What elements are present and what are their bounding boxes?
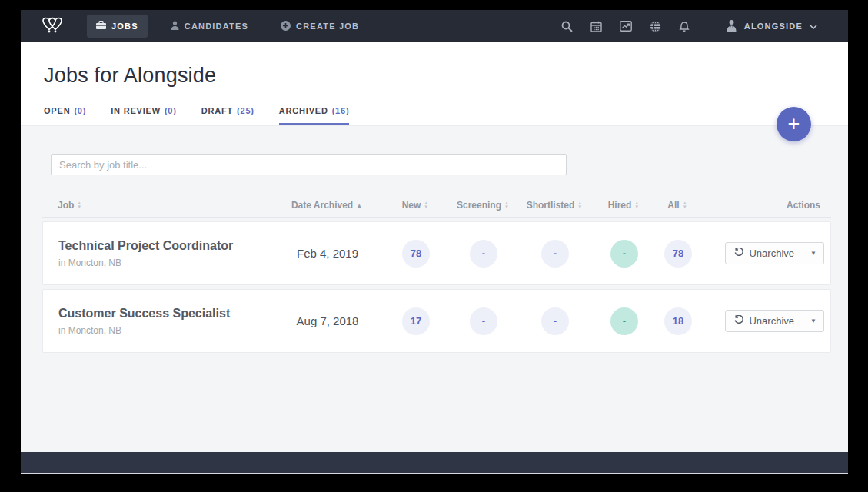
tab-archived[interactable]: ARCHIVED (16) [279, 106, 350, 125]
all-count-cell: 18 [655, 308, 701, 335]
bell-icon[interactable] [679, 21, 690, 32]
all-count-badge[interactable]: 78 [664, 240, 692, 268]
chevron-down-icon [810, 22, 817, 31]
sort-icon[interactable]: ▲▼ [683, 201, 687, 209]
content-area: + Job ▲▼ Date Archived ▲ New ▲▼ [21, 125, 848, 474]
unarchive-split-button: Unarchive ▼ [725, 242, 824, 264]
tab-in-review[interactable]: IN REVIEW (0) [111, 106, 177, 125]
search-input[interactable] [51, 154, 567, 175]
search-wrap [21, 126, 848, 175]
table-row: Technical Project Coordinator in Moncton… [42, 221, 831, 285]
shortlisted-count-badge[interactable]: - [541, 240, 569, 268]
date-archived-cell: Feb 4, 2019 [274, 247, 381, 260]
screening-count-badge[interactable]: - [470, 240, 497, 268]
plus-icon: + [788, 112, 800, 136]
screening-count-cell: - [451, 308, 517, 335]
tab-count: (25) [237, 106, 254, 115]
nav-item-jobs[interactable]: JOBS [87, 15, 148, 38]
all-count-badge[interactable]: 18 [664, 308, 692, 335]
restore-icon [734, 248, 744, 259]
app-window: JOBS CANDIDATES [21, 10, 848, 474]
nav-item-create-job[interactable]: CREATE JOB [271, 15, 368, 38]
job-cell: Customer Success Specialist in Moncton, … [43, 307, 274, 336]
sort-icon[interactable]: ▲▼ [504, 201, 509, 209]
shortlisted-count-badge[interactable]: - [541, 308, 569, 335]
shortlisted-count-cell: - [517, 240, 594, 268]
briefcase-icon [96, 21, 106, 32]
tab-open[interactable]: OPEN (0) [44, 106, 86, 125]
account-avatar-icon [726, 19, 737, 33]
tabs-bar: OPEN (0) IN REVIEW (0) DRAFT (25) ARCHIV… [44, 106, 826, 125]
plus-circle-icon [281, 21, 291, 32]
hired-count-cell: - [594, 308, 655, 335]
tab-label: IN REVIEW [111, 106, 161, 115]
page-title: Jobs for Alongside [44, 64, 826, 88]
utility-icons [561, 21, 710, 32]
tab-draft[interactable]: DRAFT (25) [201, 106, 254, 125]
hired-count-badge[interactable]: - [610, 240, 638, 268]
job-cell: Technical Project Coordinator in Moncton… [43, 239, 274, 268]
top-navbar: JOBS CANDIDATES [21, 10, 848, 42]
account-menu[interactable]: ALONGSIDE [710, 10, 848, 42]
account-label: ALONGSIDE [744, 22, 803, 31]
job-location: in Moncton, NB [58, 325, 274, 336]
sort-icon[interactable]: ▲▼ [424, 201, 428, 209]
screening-count-badge[interactable]: - [470, 308, 497, 335]
actions-cell: Unarchive ▼ [701, 310, 832, 332]
nav-left: JOBS CANDIDATES [21, 15, 368, 38]
nav-item-label: CREATE JOB [296, 22, 359, 31]
tab-label: ARCHIVED [279, 106, 328, 115]
sort-icon[interactable]: ▲▼ [77, 201, 81, 209]
job-title-link[interactable]: Technical Project Coordinator [58, 239, 274, 253]
date-archived-cell: Aug 7, 2018 [274, 314, 381, 327]
integrations-title: INTEGRATIONS [21, 473, 848, 474]
unarchive-dropdown-toggle[interactable]: ▼ [803, 310, 824, 332]
unarchive-dropdown-toggle[interactable]: ▼ [803, 242, 824, 264]
unarchive-split-button: Unarchive ▼ [725, 310, 824, 332]
jobs-table: Job ▲▼ Date Archived ▲ New ▲▼ Screening … [42, 194, 831, 353]
tab-label: OPEN [44, 106, 70, 115]
new-count-badge[interactable]: 17 [402, 308, 430, 335]
nav-right: ALONGSIDE [561, 10, 848, 42]
table-row: Customer Success Specialist in Moncton, … [42, 289, 831, 353]
nav-item-label: JOBS [111, 22, 138, 31]
nav-item-label: CANDIDATES [185, 22, 248, 31]
screening-count-cell: - [451, 240, 517, 268]
column-header-screening[interactable]: Screening ▲▼ [450, 200, 516, 211]
column-header-hired[interactable]: Hired ▲▼ [593, 200, 654, 211]
person-icon [171, 21, 179, 32]
tab-count: (0) [74, 106, 86, 115]
column-header-shortlisted[interactable]: Shortlisted ▲▼ [516, 200, 593, 211]
hired-count-badge[interactable]: - [610, 308, 638, 335]
new-count-badge[interactable]: 78 [402, 240, 430, 268]
unarchive-button[interactable]: Unarchive [725, 242, 803, 264]
integrations-panel: INTEGRATIONS facebook. Google [21, 452, 848, 474]
search-icon[interactable] [561, 21, 573, 32]
actions-cell: Unarchive ▼ [701, 242, 832, 264]
sort-icon[interactable]: ▲▼ [577, 201, 582, 209]
alongside-logo-icon[interactable] [41, 15, 64, 37]
table-header: Job ▲▼ Date Archived ▲ New ▲▼ Screening … [42, 194, 831, 218]
column-header-actions: Actions [700, 200, 831, 211]
column-header-all[interactable]: All ▲▼ [654, 200, 700, 211]
sort-icon[interactable]: ▲▼ [634, 201, 639, 209]
new-count-cell: 17 [381, 308, 451, 335]
job-location: in Moncton, NB [58, 258, 274, 268]
add-job-button[interactable]: + [777, 107, 811, 141]
shortlisted-count-cell: - [517, 308, 594, 335]
nav-item-candidates[interactable]: CANDIDATES [161, 15, 258, 38]
unarchive-button[interactable]: Unarchive [725, 310, 803, 332]
tab-count: (0) [165, 106, 177, 115]
sort-asc-icon[interactable]: ▲ [356, 202, 362, 209]
new-count-cell: 78 [381, 240, 451, 268]
job-title-link[interactable]: Customer Success Specialist [58, 307, 274, 321]
tab-label: DRAFT [201, 106, 233, 115]
restore-icon [734, 315, 744, 327]
analytics-icon[interactable] [620, 21, 632, 32]
globe-icon[interactable] [650, 21, 661, 32]
column-header-new[interactable]: New ▲▼ [381, 200, 450, 211]
tab-count: (16) [332, 106, 350, 115]
column-header-job[interactable]: Job ▲▼ [42, 200, 273, 211]
column-header-date-archived[interactable]: Date Archived ▲ [273, 200, 381, 211]
calendar-icon[interactable] [590, 21, 602, 32]
